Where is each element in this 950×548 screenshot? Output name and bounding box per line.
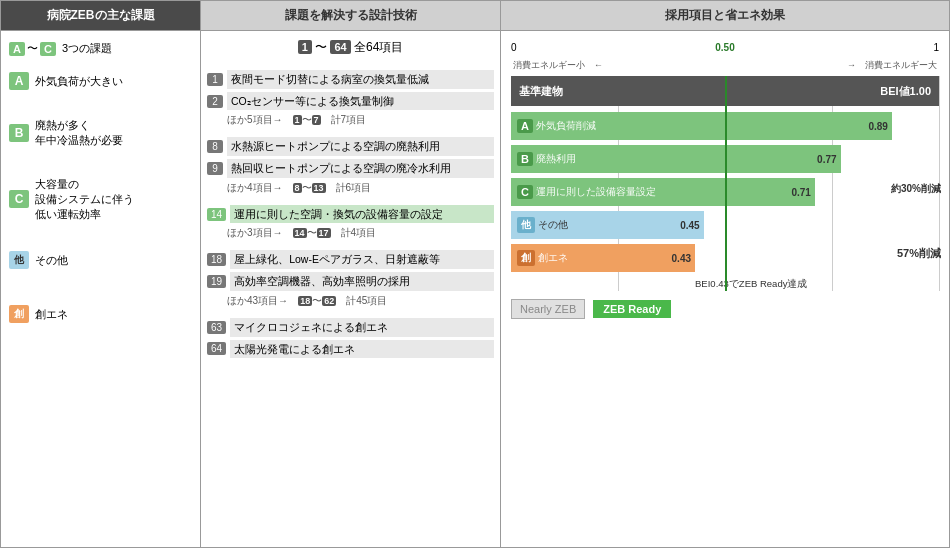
right-panel: 採用項目と省エネ効果 0 0.50 1 消費エネルギー小 ← → 消費エネルギー… <box>501 1 949 547</box>
design-item-18: 18 屋上緑化、Low-Eペアガラス、日射遮蔽等 <box>207 250 494 269</box>
middle-header-text: 課題を解決する設計技術 <box>285 8 417 22</box>
row-other: 他 その他 0.45 <box>511 211 939 239</box>
bar-a-value: 0.89 <box>868 121 887 132</box>
nearly-zeb-label: Nearly ZEB <box>511 299 585 319</box>
base-value: BEI値1.00 <box>880 84 931 99</box>
category-other-item: 他 その他 <box>9 251 192 269</box>
category-c-item: C 大容量の設備システムに伴う低い運転効率 <box>9 177 192 221</box>
item-num-63: 63 <box>207 321 226 334</box>
badge-c: C <box>40 42 56 56</box>
bar-track-b: B 廃熱利用 0.77 <box>511 145 939 173</box>
zeb-ready-label: ZEB Ready <box>593 300 671 318</box>
item-num-2: 2 <box>207 95 223 108</box>
bottom-labels: Nearly ZEB ZEB Ready <box>511 299 939 319</box>
row-b: B 廃熱利用 0.77 <box>511 145 939 173</box>
chart-container: 基準建物 BEI値1.00 A 外気負荷削減 0.89 <box>511 76 939 291</box>
right-header-text: 採用項目と省エネ効果 <box>665 8 785 22</box>
energy-labels: 消費エネルギー小 ← → 消費エネルギー大 <box>511 59 939 72</box>
group-a-note: ほか5項目→ 1〜7 計7項目 <box>227 113 494 127</box>
group-other-note: ほか43項目→ 18〜62 計45項目 <box>227 294 494 308</box>
item-num-19: 19 <box>207 275 226 288</box>
cat-a-label: 外気負荷が大きい <box>35 74 123 89</box>
bar-base: 基準建物 BEI値1.00 <box>511 76 939 106</box>
chart-area: 0 0.50 1 消費エネルギー小 ← → 消費エネルギー大 <box>501 31 949 547</box>
item-text-1: 夜間モード切替による病室の換気量低減 <box>227 70 494 89</box>
design-item-14: 14 運用に則した空調・換気の設備容量の設定 <box>207 205 494 224</box>
group-c-note: ほか3項目→ 14〜17 計4項目 <box>227 226 494 240</box>
design-group-a: 1 夜間モード切替による病室の換気量低減 2 CO₂センサー等による換気量制御 … <box>207 70 494 127</box>
cat-create-label: 創エネ <box>35 307 68 322</box>
bar-a-label: A 外気負荷削減 <box>511 119 596 133</box>
num-badge-start: 1 <box>298 40 312 54</box>
design-item-1: 1 夜間モード切替による病室の換気量低減 <box>207 70 494 89</box>
left-panel: 病院ZEBの主な課題 A 〜 C 3つの課題 A 外気負荷が大きい B 廃熱が多… <box>1 1 201 547</box>
item-text-2: CO₂センサー等による換気量制御 <box>227 92 494 111</box>
bar-other-text: その他 <box>538 218 568 232</box>
group-b-note: ほか4項目→ 8〜13 計6項目 <box>227 181 494 195</box>
design-item-9: 9 熱回収ヒートポンプによる空調の廃冷水利用 <box>207 159 494 178</box>
row-a: A 外気負荷削減 0.89 <box>511 112 939 140</box>
item-num-8: 8 <box>207 140 223 153</box>
left-header-text: 病院ZEBの主な課題 <box>47 8 155 22</box>
middle-header: 課題を解決する設計技術 <box>201 1 500 31</box>
row-create: 創 創エネ 0.43 57%削減 <box>511 244 939 272</box>
design-group-c: 14 運用に則した空調・換気の設備容量の設定 ほか3項目→ 14〜17 計4項目 <box>207 205 494 241</box>
scale-050: 0.50 <box>715 42 734 53</box>
badge-row-create: 創 <box>517 250 535 266</box>
design-group-create: 63 マイクロコジェネによる創エネ 64 太陽光発電による創エネ <box>207 318 494 358</box>
cat-c-label: 大容量の設備システムに伴う低い運転効率 <box>35 177 134 221</box>
total-items-text: 全64項目 <box>354 40 403 54</box>
middle-subtitle: 1 〜 64 全64項目 <box>207 39 494 56</box>
badge-a: A <box>9 42 25 56</box>
bar-create-text: 創エネ <box>538 251 568 265</box>
item-text-14: 運用に則した空調・換気の設備容量の設定 <box>230 205 494 224</box>
item-num-1: 1 <box>207 73 223 86</box>
bar-other-value: 0.45 <box>680 220 699 231</box>
cat-box-a: A <box>9 72 29 90</box>
bar-a: A 外気負荷削減 0.89 <box>511 112 892 140</box>
category-b-item: B 廃熱が多く年中冷温熱が必要 <box>9 118 192 147</box>
bar-c-label: C 運用に則した設備容量設定 <box>511 185 656 199</box>
design-item-2: 2 CO₂センサー等による換気量制御 <box>207 92 494 111</box>
badge-row-other: 他 <box>517 217 535 233</box>
item-text-19: 高効率空調機器、高効率照明の採用 <box>230 272 494 291</box>
left-content: A 〜 C 3つの課題 A 外気負荷が大きい B 廃熱が多く年中冷温熱が必要 C… <box>1 31 200 547</box>
cat-box-b: B <box>9 124 29 142</box>
item-num-14: 14 <box>207 208 226 221</box>
scale-0: 0 <box>511 42 517 53</box>
base-label: 基準建物 <box>519 84 563 99</box>
item-num-9: 9 <box>207 162 223 175</box>
badge-row-a: A <box>517 119 533 133</box>
bar-a-text: 外気負荷削減 <box>536 119 596 133</box>
bar-other: 他 その他 0.45 <box>511 211 704 239</box>
category-a-item: A 外気負荷が大きい <box>9 72 192 90</box>
bar-track-create: 創 創エネ 0.43 <box>511 244 939 272</box>
item-text-64: 太陽光発電による創エネ <box>230 340 494 359</box>
scale-1: 1 <box>933 42 939 53</box>
bar-track-a: A 外気負荷削減 0.89 <box>511 112 939 140</box>
design-item-63: 63 マイクロコジェネによる創エネ <box>207 318 494 337</box>
subtitle-text: 3つの課題 <box>62 41 112 56</box>
item-num-18: 18 <box>207 253 226 266</box>
cat-box-c: C <box>9 190 29 208</box>
bar-track-c: C 運用に則した設備容量設定 0.71 <box>511 178 939 206</box>
scale-bar: 0 0.50 1 <box>511 37 939 57</box>
design-item-64: 64 太陽光発電による創エネ <box>207 340 494 359</box>
bar-create-label: 創 創エネ <box>511 250 568 266</box>
nearly-zeb-text: Nearly ZEB <box>520 303 576 315</box>
num-badge-end: 64 <box>330 40 350 54</box>
item-text-9: 熱回収ヒートポンプによる空調の廃冷水利用 <box>227 159 494 178</box>
bar-c-value: 0.71 <box>791 187 810 198</box>
bar-track-other: 他 その他 0.45 <box>511 211 939 239</box>
bei-note-text: BEI0.43でZEB Ready達成 <box>695 278 807 289</box>
design-group-other: 18 屋上緑化、Low-Eペアガラス、日射遮蔽等 19 高効率空調機器、高効率照… <box>207 250 494 307</box>
cat-b-label: 廃熱が多く年中冷温熱が必要 <box>35 118 123 147</box>
cat-box-create: 創 <box>9 305 29 323</box>
annotation-57: 57%削減 <box>897 246 941 261</box>
design-item-19: 19 高効率空調機器、高効率照明の採用 <box>207 272 494 291</box>
badge-row-c: C <box>517 185 533 199</box>
row-base: 基準建物 BEI値1.00 <box>511 76 939 106</box>
abc-badge: A 〜 C <box>9 41 56 56</box>
bar-c: C 運用に則した設備容量設定 0.71 <box>511 178 815 206</box>
item-num-64: 64 <box>207 342 226 355</box>
